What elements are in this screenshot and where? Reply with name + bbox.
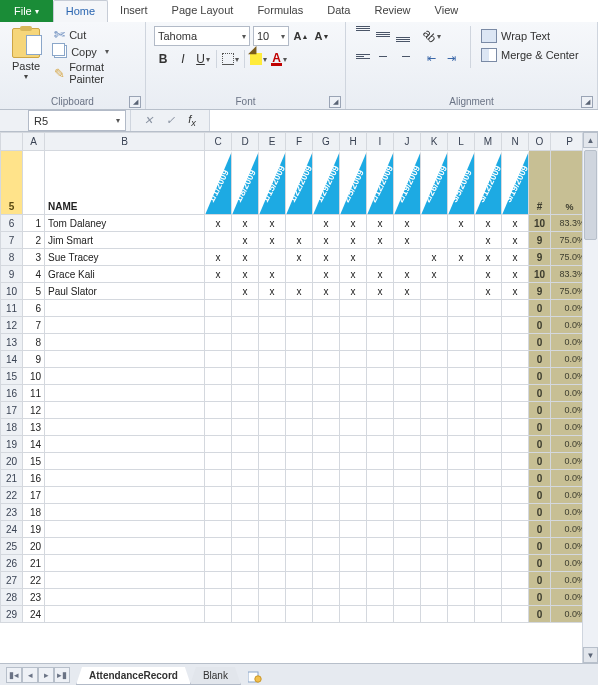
date-header-10[interactable]: 3/12/2009 (475, 151, 502, 215)
cell[interactable]: x (232, 232, 259, 249)
cell[interactable]: x (367, 232, 394, 249)
cell[interactable] (313, 589, 340, 606)
new-sheet-button[interactable] (244, 669, 266, 685)
cell[interactable] (205, 368, 232, 385)
date-header-5[interactable]: 2/5/2009 (340, 151, 367, 215)
cell[interactable] (313, 555, 340, 572)
row-header-6[interactable]: 6 (1, 215, 23, 232)
cell[interactable] (313, 538, 340, 555)
cell[interactable]: x (475, 215, 502, 232)
cell[interactable] (421, 453, 448, 470)
cell[interactable]: x (340, 215, 367, 232)
cell[interactable]: 15 (23, 453, 45, 470)
cell[interactable]: 0 (529, 436, 551, 453)
cell[interactable] (367, 368, 394, 385)
cell[interactable] (340, 385, 367, 402)
cell[interactable]: 20 (23, 538, 45, 555)
cell[interactable] (421, 470, 448, 487)
cell[interactable] (259, 572, 286, 589)
cell[interactable] (313, 453, 340, 470)
cell[interactable] (421, 521, 448, 538)
column-header-J[interactable]: J (394, 133, 421, 151)
cell[interactable] (232, 572, 259, 589)
cell[interactable]: x (448, 215, 475, 232)
bold-button[interactable]: B (154, 49, 172, 69)
dialog-launcher-icon[interactable]: ◢ (329, 96, 341, 108)
cell[interactable] (367, 504, 394, 521)
cell[interactable] (45, 300, 205, 317)
cell[interactable] (448, 521, 475, 538)
cell[interactable] (448, 419, 475, 436)
cell[interactable] (394, 606, 421, 623)
cell[interactable] (286, 538, 313, 555)
cell[interactable] (45, 317, 205, 334)
cell[interactable] (502, 351, 529, 368)
cell[interactable]: x (394, 232, 421, 249)
cell[interactable]: x (232, 215, 259, 232)
cell[interactable] (367, 402, 394, 419)
cell[interactable] (502, 334, 529, 351)
cell[interactable]: 0 (529, 589, 551, 606)
cell[interactable] (45, 487, 205, 504)
cell[interactable] (313, 487, 340, 504)
dialog-launcher-icon[interactable]: ◢ (129, 96, 141, 108)
date-header-8[interactable]: 2/26/2009 (421, 151, 448, 215)
cell[interactable] (367, 351, 394, 368)
cell[interactable]: 0 (529, 470, 551, 487)
row-header-13[interactable]: 13 (1, 334, 23, 351)
cell[interactable] (502, 572, 529, 589)
cell[interactable] (340, 402, 367, 419)
cell[interactable] (286, 453, 313, 470)
cell[interactable] (205, 470, 232, 487)
cell[interactable] (313, 351, 340, 368)
cell[interactable]: Grace Kali (45, 266, 205, 283)
cell[interactable] (313, 504, 340, 521)
cell[interactable]: 21 (23, 555, 45, 572)
cell[interactable] (45, 453, 205, 470)
font-name-select[interactable]: Tahoma▾ (154, 26, 250, 46)
row-header-23[interactable]: 23 (1, 504, 23, 521)
cell[interactable] (367, 538, 394, 555)
sheet-tab-blank[interactable]: Blank (190, 667, 241, 685)
cell[interactable] (259, 419, 286, 436)
cell[interactable]: x (340, 266, 367, 283)
cell[interactable] (205, 487, 232, 504)
cell[interactable] (448, 606, 475, 623)
cell[interactable]: x (259, 283, 286, 300)
cell[interactable] (421, 351, 448, 368)
row-header-26[interactable]: 26 (1, 555, 23, 572)
cell[interactable]: x (394, 215, 421, 232)
cell[interactable]: x (475, 266, 502, 283)
dialog-launcher-icon[interactable]: ◢ (581, 96, 593, 108)
row-header-25[interactable]: 25 (1, 538, 23, 555)
cell[interactable] (259, 555, 286, 572)
cell[interactable] (475, 504, 502, 521)
cell[interactable]: 19 (23, 521, 45, 538)
fill-color-button[interactable]: ▾ (249, 49, 268, 69)
date-header-4[interactable]: 1/29/2009 (313, 151, 340, 215)
cell[interactable]: 11 (23, 385, 45, 402)
font-size-select[interactable]: 10▾ (253, 26, 289, 46)
cell[interactable] (502, 538, 529, 555)
cell[interactable]: 0 (529, 351, 551, 368)
cell[interactable] (502, 317, 529, 334)
cell[interactable] (286, 572, 313, 589)
cell[interactable] (421, 232, 448, 249)
cell[interactable] (502, 589, 529, 606)
cell[interactable] (205, 317, 232, 334)
row-header-10[interactable]: 10 (1, 283, 23, 300)
cell[interactable] (394, 572, 421, 589)
cell[interactable] (340, 589, 367, 606)
column-header-G[interactable]: G (313, 133, 340, 151)
cell[interactable] (286, 368, 313, 385)
cell[interactable] (259, 334, 286, 351)
cell[interactable] (45, 436, 205, 453)
cell[interactable] (421, 385, 448, 402)
cell[interactable]: x (205, 215, 232, 232)
chevron-down-icon[interactable]: ▾ (206, 55, 210, 64)
cell[interactable] (232, 606, 259, 623)
cell[interactable] (394, 521, 421, 538)
cell[interactable] (340, 538, 367, 555)
cell[interactable]: x (313, 232, 340, 249)
cell[interactable] (367, 589, 394, 606)
